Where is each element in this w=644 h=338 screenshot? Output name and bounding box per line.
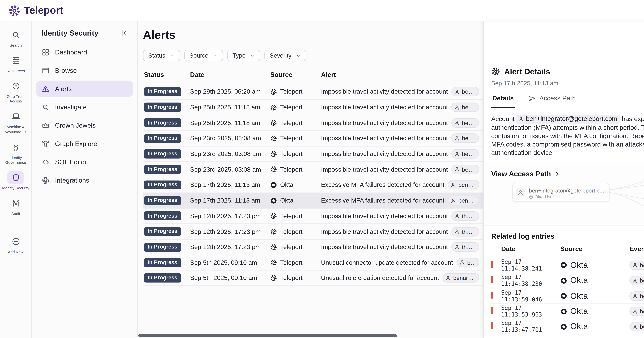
sidebar-item-investigate[interactable]: Investigate bbox=[36, 99, 133, 115]
account-chip-label: ben+integrator@goteleport.com bbox=[458, 198, 475, 204]
alert-source: Teleport bbox=[270, 135, 321, 142]
teleport-source-icon bbox=[270, 274, 277, 281]
account-chip[interactable]: thedevelopnik bbox=[452, 227, 479, 236]
alert-table-row[interactable]: In Progress Sep 12th 2025, 17:23 pm Tele… bbox=[143, 224, 484, 239]
account-chip[interactable]: ben+integrator@goteleport.com bbox=[630, 322, 644, 331]
teleport-gear-icon bbox=[8, 4, 20, 16]
nav-audit[interactable]: Audit bbox=[0, 197, 32, 216]
alert-table-row[interactable]: In Progress Sep 17th 2025, 11:13 am Okta… bbox=[143, 177, 484, 192]
source-label: Teleport bbox=[280, 150, 302, 158]
teleport-source-icon bbox=[270, 166, 277, 173]
sidebar-item-integrations[interactable]: Integrations bbox=[36, 172, 133, 188]
alert-text: Impossible travel activity detected for … bbox=[321, 166, 448, 173]
sidebar-title: Identity Security bbox=[41, 29, 98, 37]
tab-access-path[interactable]: Access Path bbox=[527, 90, 577, 108]
alert-table-row[interactable]: In Progress Sep 5th 2025, 09:10 am Telep… bbox=[143, 270, 484, 286]
alert-table-row[interactable]: In Progress Sep 25th 2025, 11:18 am Tele… bbox=[143, 115, 484, 130]
account-chip-label: benarent bbox=[462, 120, 475, 126]
account-chip[interactable]: benarent bbox=[452, 149, 479, 158]
alert-table-row[interactable]: In Progress Sep 25th 2025, 11:18 am Tele… bbox=[143, 99, 484, 115]
teleport-source-icon bbox=[270, 244, 277, 250]
nav-zero-trust-access[interactable]: Zero Trust Access bbox=[0, 80, 32, 104]
alert-table-row[interactable]: In Progress Sep 23rd 2025, 03:08 am Tele… bbox=[143, 130, 484, 146]
alert-table-row[interactable]: In Progress Sep 12th 2025, 17:23 pm Tele… bbox=[143, 239, 484, 254]
log-entry-row[interactable]: Sep 17 11:14:38.230 Okta ben+integrator@… bbox=[491, 272, 644, 288]
sidebar-collapse-button[interactable] bbox=[120, 29, 129, 37]
alert-table-row[interactable]: In Progress Sep 17th 2025, 11:13 am Okta… bbox=[143, 192, 484, 208]
person-icon bbox=[454, 136, 460, 141]
alert-table-row[interactable]: In Progress Sep 5th 2025, 09:10 am Telep… bbox=[143, 254, 484, 270]
teleport-source-icon bbox=[270, 88, 277, 95]
sidebar-item-sql-editor[interactable]: SQL Editor bbox=[36, 154, 133, 170]
identity-security-icon bbox=[11, 173, 20, 182]
account-chip[interactable]: ben+integrator@goteleport.com bbox=[630, 307, 644, 316]
nav-identity-governance[interactable]: Identity Governance bbox=[0, 140, 32, 165]
nav-identity-security[interactable]: Identity Security bbox=[0, 171, 32, 190]
sidebar-item-alerts[interactable]: Alerts bbox=[36, 80, 133, 97]
view-access-path-link[interactable]: View Access Path bbox=[491, 170, 560, 178]
account-chip[interactable]: ben+integrator@goteleport.com bbox=[516, 114, 620, 124]
sidebar-item-crown-jewels[interactable]: Crown Jewels bbox=[36, 117, 133, 134]
account-chip[interactable]: thedevelopnik bbox=[452, 242, 479, 252]
nav-machine-workload-id[interactable]: Machine & Workload ID bbox=[0, 110, 32, 134]
sidebar-item-browse[interactable]: Browse bbox=[36, 62, 133, 78]
account-chip-label: ben+integrator@goteleport.com bbox=[458, 182, 475, 188]
nav-add-new[interactable]: Add New bbox=[0, 235, 32, 254]
account-chip[interactable]: benarent bbox=[452, 165, 479, 174]
alert-description: Account ben+integrator@goteleport.com ha… bbox=[491, 108, 644, 164]
alert-table-row[interactable]: In Progress Sep 23rd 2025, 03:08 am Tele… bbox=[143, 146, 484, 162]
log-entry-row[interactable]: Sep 17 11:13:53.963 Okta ben+integrator@… bbox=[491, 303, 644, 319]
account-chip[interactable]: thedevelopnik bbox=[452, 211, 479, 221]
filter-source[interactable]: Source bbox=[184, 50, 223, 61]
account-chip[interactable]: benarent bbox=[452, 118, 479, 128]
log-entry-row[interactable]: Sep 17 11:14:38.241 Okta ben+integrator@… bbox=[491, 257, 644, 272]
status-badge: In Progress bbox=[144, 149, 181, 158]
sidebar-item-graph-explorer[interactable]: Graph Explorer bbox=[36, 136, 133, 152]
okta-source-icon bbox=[560, 323, 567, 330]
alert-source: Teleport bbox=[270, 243, 321, 251]
alert-table-row[interactable]: In Progress Sep 29th 2025, 06:20 am Tele… bbox=[143, 84, 484, 99]
sidebar-item-dashboard[interactable]: Dashboard bbox=[36, 44, 133, 60]
account-chip[interactable]: ben+integrator@goteleport.com bbox=[448, 180, 479, 190]
filter-status[interactable]: Status bbox=[143, 50, 180, 61]
status-badge: In Progress bbox=[144, 134, 181, 143]
horizontal-scrollbar[interactable] bbox=[138, 334, 397, 337]
alert-date: Sep 12th 2025, 17:23 pm bbox=[190, 228, 270, 235]
account-chip[interactable]: benarent bbox=[443, 273, 479, 282]
alert-date: Sep 12th 2025, 17:23 pm bbox=[190, 212, 270, 220]
account-chip[interactable]: benarent bbox=[452, 102, 479, 112]
nav-search[interactable]: Search bbox=[0, 28, 32, 48]
okta-icon bbox=[529, 195, 533, 199]
teleport-logo[interactable]: Teleport bbox=[8, 4, 64, 16]
alert-source: Teleport bbox=[270, 166, 321, 173]
account-chip[interactable]: ben+integrator@goteleport.com bbox=[630, 276, 644, 285]
dashboard-icon bbox=[41, 48, 50, 56]
log-entry-row[interactable]: Sep 17 11:13:47.701 Okta ben+integrator@… bbox=[491, 319, 644, 334]
account-chip[interactable]: ben+integrator@goteleport.com bbox=[630, 260, 644, 270]
filter-type[interactable]: Type bbox=[227, 50, 260, 61]
account-chip[interactable]: ben+integrator@goteleport.com bbox=[630, 291, 644, 301]
account-chip-label: benarent bbox=[453, 275, 475, 281]
person-icon bbox=[454, 166, 460, 172]
alerts-table-body: In Progress Sep 29th 2025, 06:20 am Tele… bbox=[143, 84, 484, 286]
account-chip[interactable]: benarent bbox=[452, 87, 479, 96]
account-chip[interactable]: ben+integrator@goteleport.com bbox=[448, 196, 479, 205]
filters-row: Status Source Type Severity bbox=[143, 50, 484, 61]
account-chip[interactable]: benarent bbox=[457, 258, 479, 267]
account-chip[interactable]: benarent bbox=[452, 134, 479, 143]
log-entry-row[interactable]: Sep 17 11:13:59.046 Okta ben+integrator@… bbox=[491, 288, 644, 303]
teleport-source-icon bbox=[270, 150, 277, 157]
graph-node-okta-user[interactable]: ben+integrator@goteleport.c... Okta User bbox=[512, 183, 609, 202]
filter-severity[interactable]: Severity bbox=[264, 50, 306, 61]
investigate-icon bbox=[41, 103, 50, 111]
log-account: ben+integrator@goteleport.com bbox=[640, 324, 644, 330]
alerts-table-header: Status Date Source Alert bbox=[143, 68, 484, 84]
nav-resources[interactable]: Resources bbox=[0, 54, 32, 74]
tab-details[interactable]: Details bbox=[491, 90, 515, 108]
panel-timestamp: Sep 17th 2025, 11:13 am bbox=[491, 80, 644, 86]
person-icon bbox=[454, 104, 460, 110]
alert-table-row[interactable]: In Progress Sep 23rd 2025, 03:08 am Tele… bbox=[143, 161, 484, 177]
alert-table-row[interactable]: In Progress Sep 12th 2025, 17:23 pm Tele… bbox=[143, 208, 484, 224]
alert-text: Unusual connector update detected for ac… bbox=[321, 259, 453, 266]
source-label: Teleport bbox=[280, 259, 302, 266]
